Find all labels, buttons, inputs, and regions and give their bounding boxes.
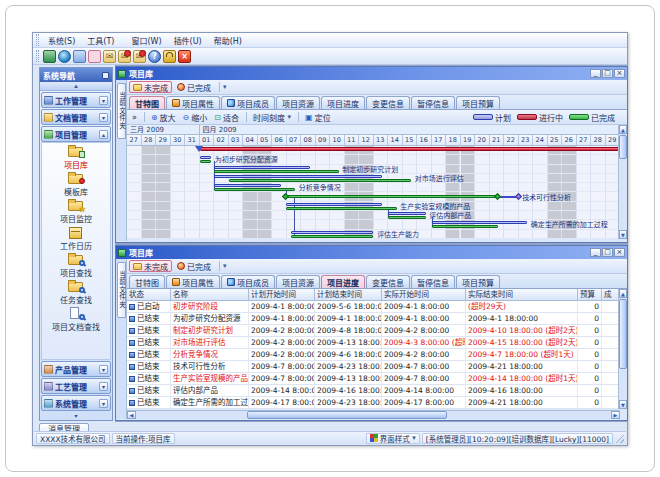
- plan-bar[interactable]: [214, 184, 281, 187]
- sidebar-item-project-monitor[interactable]: ★项目监控: [60, 199, 92, 224]
- panel-title-bar[interactable]: 项目库 _□×: [116, 67, 627, 80]
- table-row[interactable]: 已启动初步研究阶段2009-4-1 8:00:002009-5-6 18:00:…: [127, 301, 620, 313]
- table-row[interactable]: 已结束分析竞争情况2009-4-2 8:00:002009-4-6 18:00:…: [127, 349, 620, 361]
- close-button[interactable]: ×: [614, 69, 625, 78]
- plan-bar[interactable]: [200, 156, 212, 159]
- minimize-button[interactable]: _: [590, 248, 601, 257]
- current-folder-tab[interactable]: 当前文件夹: [117, 83, 126, 139]
- plan-bar[interactable]: [214, 166, 310, 169]
- scroll-left-icon[interactable]: ◀: [127, 411, 136, 419]
- maximize-button[interactable]: □: [602, 69, 613, 78]
- tab-project-budget[interactable]: 项目预算: [456, 275, 500, 288]
- day-header[interactable]: 13: [374, 135, 389, 145]
- sidebar-item-work-calendar[interactable]: 工作日历: [60, 226, 92, 251]
- sidebar-item-project-find[interactable]: 项目查找: [60, 253, 92, 278]
- column-header[interactable]: 状态: [127, 289, 171, 300]
- column-header[interactable]: 名称: [171, 289, 249, 300]
- tab-project-attributes[interactable]: 项目属性: [166, 96, 220, 109]
- progress-table[interactable]: 已启动初步研究阶段2009-4-1 8:00:002009-5-6 18:00:…: [127, 301, 620, 409]
- tab-gantt[interactable]: 甘特图: [129, 96, 165, 109]
- sidebar-item-task-find[interactable]: 任务查找: [60, 280, 92, 305]
- scroll-thumb[interactable]: [619, 135, 627, 159]
- day-header[interactable]: 30: [171, 135, 186, 145]
- actual-bar[interactable]: [229, 179, 412, 182]
- style-selector[interactable]: 界面样式 ▾: [366, 433, 420, 444]
- column-header[interactable]: 预算: [578, 289, 602, 300]
- tab-gantt[interactable]: 甘特图: [129, 275, 165, 288]
- globe-icon[interactable]: [58, 50, 71, 63]
- pin-icon[interactable]: [102, 72, 109, 79]
- day-header[interactable]: 12: [359, 135, 374, 145]
- day-header[interactable]: 22: [504, 135, 519, 145]
- day-header[interactable]: 25: [548, 135, 563, 145]
- sidebar-item-project-doc-find[interactable]: 项目文档查找: [52, 307, 100, 332]
- plan-bar[interactable]: [388, 212, 426, 215]
- resize-grip[interactable]: [615, 434, 624, 443]
- tab-project-budget[interactable]: 项目预算: [456, 96, 500, 109]
- chevron-icon[interactable]: ▾: [99, 382, 108, 391]
- fit-button[interactable]: ⊡适合: [211, 111, 242, 123]
- chevron-icon[interactable]: ▾: [99, 113, 108, 122]
- locate-button[interactable]: ▣定位: [302, 111, 334, 123]
- day-header[interactable]: 23: [519, 135, 534, 145]
- sidebar-group-process-management[interactable]: 工艺管理▾: [41, 378, 111, 394]
- day-header[interactable]: 14: [388, 135, 403, 145]
- plan-bar[interactable]: [286, 203, 382, 206]
- day-header[interactable]: 28: [142, 135, 157, 145]
- menu-plugins[interactable]: 插件(U): [168, 34, 208, 47]
- mail-del-icon[interactable]: [133, 50, 146, 63]
- day-header[interactable]: 15: [403, 135, 418, 145]
- actual-bar[interactable]: [286, 207, 396, 210]
- table-row[interactable]: 已结束对市场进行评估2009-4-2 8:00:002009-4-13 18:0…: [127, 337, 620, 349]
- table-row[interactable]: 已结束评估内部产品2009-4-14 8:00:002009-4-16 18:0…: [127, 385, 620, 397]
- day-header[interactable]: 26: [562, 135, 577, 145]
- table-row[interactable]: 已结束技术可行性分析2009-4-7 8:00:002009-4-23 18:0…: [127, 361, 620, 373]
- day-header[interactable]: 05: [258, 135, 273, 145]
- tab-project-progress[interactable]: 项目进度: [321, 275, 365, 288]
- tab-change-info[interactable]: 变更信息: [366, 96, 410, 109]
- day-header[interactable]: 11: [345, 135, 360, 145]
- column-header[interactable]: 实际开始时间: [382, 289, 466, 300]
- sidebar-group-system-management[interactable]: 系统管理▾: [41, 395, 111, 411]
- day-header[interactable]: 24: [533, 135, 548, 145]
- scroll-right-icon[interactable]: ▶: [611, 411, 620, 419]
- maximize-button[interactable]: □: [602, 248, 613, 257]
- day-header[interactable]: 03: [229, 135, 244, 145]
- day-header[interactable]: 04: [243, 135, 258, 145]
- scroll-thumb[interactable]: [619, 299, 627, 369]
- day-header[interactable]: 27: [127, 135, 142, 145]
- sidebar-group-work-management[interactable]: 工作管理▾: [41, 92, 111, 108]
- scroll-down-icon[interactable]: ▼: [619, 400, 627, 409]
- summary-bar-in-progress[interactable]: [200, 147, 621, 151]
- toolbar-overflow-button[interactable]: »: [129, 111, 140, 123]
- menu-system[interactable]: 系统(S): [42, 34, 81, 47]
- day-header[interactable]: 27: [577, 135, 592, 145]
- minimize-button[interactable]: _: [590, 69, 601, 78]
- actual-bar[interactable]: [214, 188, 295, 191]
- help-icon[interactable]: [148, 50, 161, 63]
- actual-bar[interactable]: [286, 195, 498, 198]
- actual-bar[interactable]: [200, 160, 212, 163]
- day-header[interactable]: 21: [490, 135, 505, 145]
- current-folder-tab[interactable]: 当前文件夹: [117, 262, 126, 318]
- sidebar-group-product-management[interactable]: 产品管理▾: [41, 361, 111, 377]
- day-header[interactable]: 16: [417, 135, 432, 145]
- scroll-thumb[interactable]: [247, 411, 447, 419]
- sidebar-item-project-library[interactable]: 项目库: [64, 145, 88, 170]
- chevron-icon[interactable]: ▾: [99, 399, 108, 408]
- day-header[interactable]: 02: [214, 135, 229, 145]
- plan-bar[interactable]: [432, 221, 528, 224]
- exit-icon[interactable]: [178, 50, 191, 63]
- day-header[interactable]: 06: [272, 135, 287, 145]
- day-header[interactable]: 07: [287, 135, 302, 145]
- plan-bar[interactable]: [214, 175, 382, 178]
- filter-finished-button[interactable]: 已完成: [174, 81, 214, 93]
- day-header[interactable]: 20: [475, 135, 490, 145]
- tab-pause-info[interactable]: 暂停信息: [411, 275, 455, 288]
- sidebar-group-document-management[interactable]: 文档管理▾: [41, 109, 111, 125]
- tab-project-members[interactable]: 项目成员: [221, 275, 275, 288]
- mail-add-icon[interactable]: [118, 50, 131, 63]
- sidebar-item-template-library[interactable]: 模板库: [64, 172, 88, 197]
- column-header[interactable]: 计划结束时间: [315, 289, 382, 300]
- tab-project-resources[interactable]: 项目资源: [276, 96, 320, 109]
